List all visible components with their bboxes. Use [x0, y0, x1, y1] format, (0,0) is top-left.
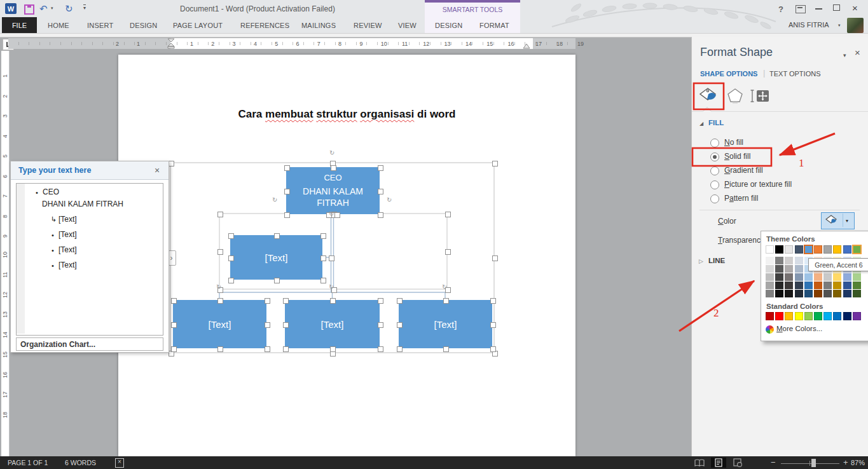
tab-mailings[interactable]: MAILINGS: [301, 22, 336, 29]
theme-variant-swatch[interactable]: [775, 290, 783, 297]
account-dropdown-caret[interactable]: ▾: [838, 23, 841, 28]
theme-color-swatch[interactable]: [775, 245, 783, 254]
text-pane-close-icon[interactable]: ×: [155, 165, 160, 175]
standard-color-swatch[interactable]: [795, 312, 803, 320]
theme-variant-swatch[interactable]: [833, 290, 841, 297]
more-colors-button[interactable]: More Colors...: [776, 325, 822, 332]
theme-variant-swatch[interactable]: [766, 257, 774, 264]
theme-variant-swatch[interactable]: [814, 290, 822, 297]
print-layout-button[interactable]: [711, 458, 726, 468]
standard-color-swatch[interactable]: [766, 312, 774, 320]
theme-color-swatch[interactable]: [843, 245, 851, 254]
tab-review[interactable]: REVIEW: [354, 22, 382, 29]
theme-variant-swatch[interactable]: [843, 273, 851, 281]
theme-variant-swatch[interactable]: [766, 282, 774, 289]
tab-home[interactable]: HOME: [48, 22, 69, 29]
restore-icon[interactable]: [833, 4, 840, 11]
smartart-node-2[interactable]: [Text]: [285, 300, 380, 348]
zoom-slider-track[interactable]: [781, 463, 839, 464]
radio-pattern-fill[interactable]: [710, 194, 719, 203]
theme-color-swatch[interactable]: [795, 245, 803, 254]
avatar[interactable]: [847, 18, 864, 33]
list-item[interactable]: [Text]: [59, 261, 77, 269]
standard-color-swatch[interactable]: [785, 312, 793, 320]
theme-color-swatch[interactable]: [823, 245, 832, 254]
undo-icon[interactable]: ↶: [39, 3, 48, 14]
tab-smartart-format[interactable]: FORMAT: [479, 22, 509, 29]
option-picture-fill[interactable]: Picture or texture fill: [724, 180, 792, 189]
theme-variant-swatch[interactable]: [785, 290, 793, 297]
theme-variant-swatch[interactable]: [804, 273, 813, 281]
theme-variant-swatch[interactable]: [843, 290, 851, 297]
page-count[interactable]: PAGE 1 OF 1: [8, 459, 48, 466]
theme-variant-swatch[interactable]: [804, 290, 813, 297]
smartart-node-ceo[interactable]: CEO DHANI KALAM FITRAH: [286, 167, 380, 214]
theme-variant-swatch[interactable]: [775, 257, 783, 264]
customize-qat-icon[interactable]: ▾: [83, 4, 86, 11]
tab-smartart-design[interactable]: DESIGN: [435, 22, 462, 29]
smartart-text-pane[interactable]: Type your text here × • CEO DHANI KALAM …: [10, 161, 169, 353]
word-count[interactable]: 6 WORDS: [65, 459, 96, 466]
theme-variant-swatch[interactable]: [823, 273, 832, 281]
theme-color-swatch[interactable]: [814, 245, 822, 254]
pane-options-caret-icon[interactable]: ▾: [843, 52, 846, 58]
right-indent-marker[interactable]: [523, 43, 530, 49]
undo-dropdown-caret[interactable]: ▾: [51, 6, 53, 11]
theme-variant-swatch[interactable]: [843, 282, 851, 289]
tab-file[interactable]: FILE: [2, 17, 37, 33]
zoom-out-button[interactable]: −: [771, 458, 776, 467]
vertical-ruler[interactable]: 123456789101112131415161718: [1, 51, 10, 456]
theme-variant-swatch[interactable]: [785, 257, 793, 264]
read-mode-button[interactable]: [692, 458, 707, 468]
zoom-in-button[interactable]: +: [843, 458, 848, 467]
radio-no-fill[interactable]: [710, 139, 719, 147]
close-icon[interactable]: ×: [852, 3, 858, 13]
standard-color-swatch[interactable]: [814, 312, 822, 320]
list-item[interactable]: [Text]: [59, 215, 77, 224]
theme-color-swatch[interactable]: [853, 245, 861, 254]
option-solid-fill[interactable]: Solid fill: [724, 152, 750, 161]
fill-section-header[interactable]: FILL: [708, 119, 724, 126]
tab-text-options[interactable]: TEXT OPTIONS: [769, 70, 820, 78]
theme-variant-swatch[interactable]: [814, 282, 822, 289]
theme-variant-swatch[interactable]: [804, 282, 813, 289]
theme-variant-swatch[interactable]: [785, 273, 793, 281]
theme-color-swatch[interactable]: [833, 245, 841, 254]
horizontal-ruler[interactable]: 2112345678910111213141516171819: [8, 38, 575, 49]
theme-variant-swatch[interactable]: [823, 290, 832, 297]
left-indent-marker[interactable]: [167, 38, 175, 49]
standard-color-swatch[interactable]: [775, 312, 783, 320]
theme-variant-swatch[interactable]: [795, 282, 803, 289]
fill-expand-icon[interactable]: ◢: [699, 121, 703, 126]
option-no-fill[interactable]: No fill: [724, 138, 743, 147]
option-pattern-fill[interactable]: Pattern fill: [724, 194, 758, 203]
theme-color-swatch[interactable]: [785, 245, 793, 254]
minimize-icon[interactable]: [815, 8, 822, 10]
fill-color-button[interactable]: ▾: [821, 212, 855, 229]
ribbon-display-options-icon[interactable]: [796, 5, 806, 13]
radio-solid-fill[interactable]: [710, 153, 719, 161]
redo-icon[interactable]: ↻: [65, 3, 73, 14]
account-name[interactable]: ANIS FITRIA: [789, 21, 829, 29]
help-icon[interactable]: ?: [778, 4, 783, 14]
list-item[interactable]: DHANI KALAM FITRAH: [42, 200, 123, 208]
theme-variant-swatch[interactable]: [766, 265, 774, 273]
color-picker-popup[interactable]: Theme Colors Standard Colors More Colors…: [761, 231, 868, 341]
theme-variant-swatch[interactable]: [853, 273, 861, 281]
layout-properties-icon[interactable]: [750, 88, 770, 104]
proofing-error-icon[interactable]: ×: [115, 458, 124, 468]
theme-color-swatch[interactable]: [804, 245, 813, 254]
standard-color-swatch[interactable]: [804, 312, 813, 320]
text-pane-list[interactable]: • CEO DHANI KALAM FITRAH ↳ [Text] • [Tex…: [16, 183, 163, 336]
smartart-node-1[interactable]: [Text]: [173, 300, 266, 348]
zoom-level[interactable]: 87%: [851, 459, 865, 466]
theme-variant-swatch[interactable]: [795, 257, 803, 264]
radio-gradient-fill[interactable]: [710, 167, 719, 175]
theme-variant-swatch[interactable]: [795, 273, 803, 281]
theme-variant-swatch[interactable]: [833, 282, 841, 289]
option-gradient-fill[interactable]: Gradient fill: [724, 166, 763, 175]
theme-variant-swatch[interactable]: [785, 265, 793, 273]
pane-close-icon[interactable]: ×: [855, 47, 860, 58]
theme-variant-swatch[interactable]: [795, 265, 803, 273]
theme-variant-swatch[interactable]: [766, 273, 774, 281]
